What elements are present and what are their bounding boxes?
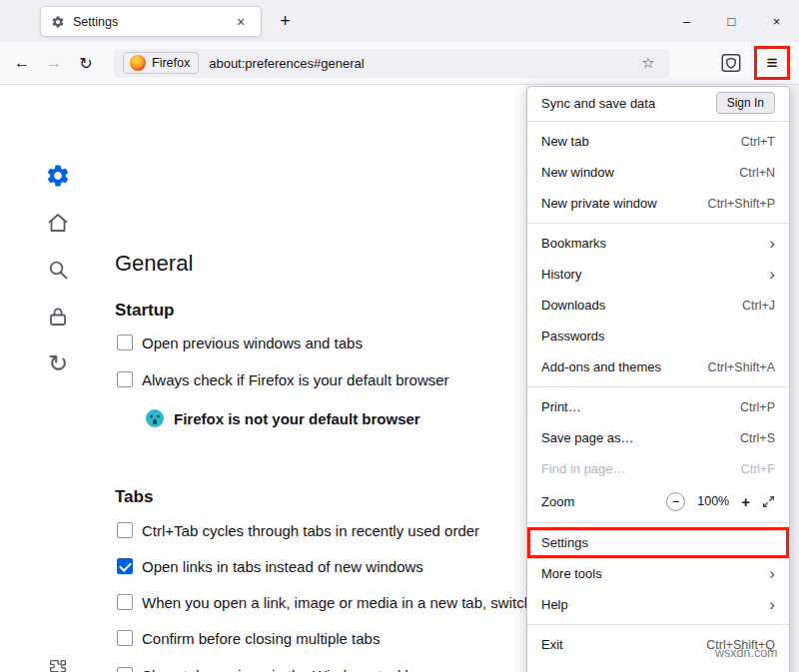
menu-item-new-private-window[interactable]: New private window Ctrl+Shift+P	[527, 188, 789, 219]
checkbox-label: Confirm before closing multiple tabs	[142, 630, 380, 647]
checkbox-row-ctrl-tab[interactable]: Ctrl+Tab cycles through tabs in recently…	[117, 520, 479, 540]
menu-item-label: New window	[541, 165, 614, 180]
shield-icon[interactable]	[716, 48, 746, 78]
checkbox[interactable]	[117, 594, 133, 610]
menu-item-save-page-as[interactable]: Save page as… Ctrl+S	[527, 422, 789, 453]
startup-heading: Startup	[115, 301, 175, 321]
menu-item-print[interactable]: Print… Ctrl+P	[527, 391, 789, 422]
menu-item-settings[interactable]: Settings	[527, 527, 789, 558]
fullscreen-icon[interactable]	[762, 495, 775, 508]
checkbox[interactable]	[117, 522, 133, 538]
sign-in-button[interactable]: Sign In	[716, 92, 775, 114]
checkbox-row-switch-to-new-tab[interactable]: When you open a link, image or media in …	[117, 592, 540, 612]
checkbox-row-default-browser-check[interactable]: Always check if Firefox is your default …	[117, 369, 449, 389]
tab-close-button[interactable]: ×	[231, 12, 251, 32]
menu-item-find-in-page: Find in page… Ctrl+F	[527, 453, 789, 484]
window-controls: – □ ×	[664, 0, 799, 42]
menu-item-label: Settings	[541, 535, 588, 550]
puzzle-icon	[47, 657, 69, 672]
tabs-heading: Tabs	[115, 487, 153, 507]
sidebar-item-privacy[interactable]	[44, 303, 72, 331]
notice-text: Firefox is not your default browser	[174, 410, 420, 427]
chevron-right-icon: ›	[769, 235, 775, 252]
menu-item-bookmarks[interactable]: Bookmarks ›	[527, 228, 789, 259]
menu-item-label: Save page as…	[541, 430, 634, 445]
menu-item-label: Downloads	[541, 298, 605, 313]
menu-item-addons-themes[interactable]: Add-ons and themes Ctrl+Shift+A	[527, 351, 789, 382]
checkbox[interactable]	[117, 335, 133, 350]
menu-item-label: New tab	[541, 134, 589, 149]
menu-item-zoom: Zoom − 100% +	[527, 484, 789, 518]
window-close-button[interactable]: ×	[754, 0, 799, 42]
maximize-button[interactable]: □	[709, 0, 754, 42]
sidebar-item-extensions[interactable]	[44, 654, 72, 672]
sad-face-icon	[145, 408, 165, 428]
menu-item-history[interactable]: History ›	[527, 259, 789, 290]
back-button[interactable]: ←	[6, 48, 38, 78]
menu-item-new-window[interactable]: New window Ctrl+N	[527, 157, 789, 188]
menu-item-label: Print…	[541, 399, 581, 414]
menu-separator	[527, 386, 789, 387]
page-scrollbar[interactable]	[790, 85, 799, 672]
menu-item-shortcut: Ctrl+P	[740, 400, 775, 414]
menu-item-label: Find in page…	[541, 461, 626, 476]
checkbox-label: Always check if Firefox is your default …	[142, 371, 449, 388]
tab-title: Settings	[73, 15, 118, 29]
checkbox-row-open-previous[interactable]: Open previous windows and tabs	[117, 333, 363, 352]
menu-item-new-tab[interactable]: New tab Ctrl+T	[527, 126, 789, 157]
zoom-in-button[interactable]: +	[741, 493, 750, 510]
chevron-right-icon: ›	[769, 596, 775, 613]
menu-item-help[interactable]: Help ›	[527, 589, 789, 620]
sync-icon: ↻	[48, 351, 68, 375]
menu-item-shortcut: Ctrl+T	[741, 135, 775, 149]
hamburger-menu-icon[interactable]: ≡	[757, 49, 787, 77]
menu-item-shortcut: Ctrl+F	[741, 462, 775, 476]
sidebar-item-search[interactable]	[44, 256, 72, 284]
home-icon	[46, 211, 70, 235]
settings-gear-icon	[51, 15, 65, 29]
gear-icon	[45, 163, 71, 189]
zoom-out-button[interactable]: −	[666, 492, 685, 511]
checkbox-label: Open links in tabs instead of new window…	[142, 558, 423, 575]
checkbox[interactable]	[117, 667, 133, 672]
menu-separator	[527, 223, 789, 224]
forward-button[interactable]: →	[38, 48, 70, 78]
menu-item-shortcut: Ctrl+N	[739, 166, 775, 180]
nav-toolbar: ← → ↻ Firefox about:preferences#general …	[0, 42, 799, 85]
titlebar: Settings × + – □ ×	[0, 0, 799, 42]
browser-tab[interactable]: Settings ×	[40, 6, 262, 37]
menu-item-shortcut: Ctrl+J	[742, 299, 775, 313]
search-icon	[46, 258, 70, 282]
menu-separator	[527, 624, 789, 625]
identity-chip-label: Firefox	[152, 56, 190, 70]
menu-item-shortcut: Ctrl+S	[740, 431, 775, 445]
minimize-button[interactable]: –	[664, 0, 709, 42]
checkbox-row-open-links-in-tabs[interactable]: Open links in tabs instead of new window…	[117, 556, 423, 576]
checkbox[interactable]	[117, 558, 133, 574]
sidebar-item-sync[interactable]: ↻	[44, 349, 72, 377]
bookmark-star-icon[interactable]: ☆	[636, 51, 660, 75]
checkbox-row-confirm-close[interactable]: Confirm before closing multiple tabs	[117, 628, 380, 648]
checkbox[interactable]	[117, 371, 133, 387]
menu-item-shortcut: Ctrl+Shift+P	[708, 197, 775, 211]
reload-button[interactable]: ↻	[70, 48, 102, 78]
identity-chip[interactable]: Firefox	[123, 52, 199, 74]
new-tab-button[interactable]: +	[272, 8, 299, 35]
menu-item-passwords[interactable]: Passwords	[527, 321, 789, 351]
checkbox-row-tab-previews[interactable]: Show tab previews in the Windows taskbar	[117, 665, 426, 672]
menu-item-label: Bookmarks	[541, 236, 606, 251]
checkbox[interactable]	[117, 630, 133, 646]
menu-item-label: History	[541, 267, 581, 282]
url-bar[interactable]: Firefox about:preferences#general ☆	[114, 49, 669, 78]
sidebar-item-general[interactable]	[44, 162, 72, 190]
menu-item-more-tools[interactable]: More tools ›	[527, 558, 789, 589]
zoom-level: 100%	[697, 494, 729, 508]
menu-item-shortcut: Ctrl+Shift+A	[708, 360, 775, 374]
menu-item-label: Help	[541, 597, 568, 612]
menu-item-sync[interactable]: Sync and save data Sign In	[527, 89, 789, 117]
sidebar-item-home[interactable]	[44, 209, 72, 237]
checkbox-label: Show tab previews in the Windows taskbar	[142, 667, 426, 672]
firefox-logo-icon	[130, 55, 146, 71]
menu-item-downloads[interactable]: Downloads Ctrl+J	[527, 290, 789, 321]
menu-item-label: New private window	[541, 196, 657, 211]
